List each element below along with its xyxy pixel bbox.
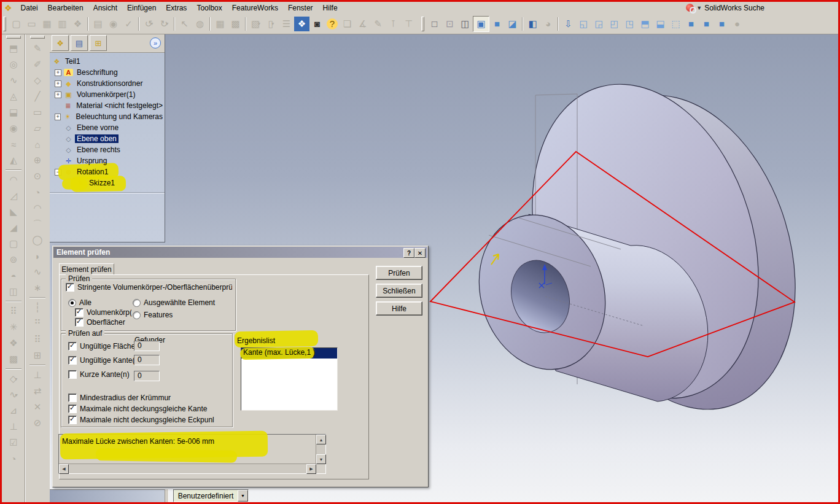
dialog-title-bar[interactable]: Element prüfen	[53, 247, 427, 258]
shell-button[interactable]: ▢	[6, 236, 21, 252]
three-point-arc-button[interactable]: ⌒	[30, 216, 45, 232]
revolved-boss-button[interactable]: ◎	[6, 56, 21, 72]
tree-item-beleuchtung[interactable]: + ☀ Beleuchtung und Kameras	[50, 111, 165, 122]
view-bottom-button[interactable]: ⬓	[653, 17, 668, 31]
hole-wizard-button[interactable]: ⊚	[6, 252, 21, 268]
mirror-button[interactable]: ◫	[6, 284, 21, 300]
toolbar-drag-handle[interactable]	[30, 36, 45, 39]
sensors-button[interactable]: ☑	[6, 435, 21, 451]
fill-pattern-button[interactable]: ▩	[6, 351, 21, 367]
sketch-button[interactable]: ✎	[30, 41, 45, 56]
scroll-up-icon[interactable]: ▲	[316, 435, 326, 444]
draft-button[interactable]: ◢	[6, 220, 21, 236]
print-preview-button[interactable]: ◉	[106, 17, 121, 31]
centerline-button[interactable]: ┆	[30, 300, 45, 316]
parallelogram-button[interactable]: ▱	[30, 120, 45, 136]
texture-button[interactable]: ▩	[228, 17, 243, 31]
result-listbox[interactable]: Kante (max. Lücke,1 )	[241, 347, 338, 411]
shaded-with-edges-button[interactable]: ▣	[473, 16, 489, 32]
design-tree-button[interactable]: ☰	[279, 17, 294, 31]
centerpoint-arc-button[interactable]: ◔	[30, 184, 45, 200]
toolbar-drag-handle[interactable]	[3, 17, 6, 31]
redo-button[interactable]: ↻▾	[157, 17, 172, 31]
menu-hilfe[interactable]: Hilfe	[318, 3, 343, 13]
dropdown-arrow-icon[interactable]: ▾	[166, 21, 168, 26]
print-button[interactable]: ▤	[90, 17, 106, 31]
dropdown-arrow-icon[interactable]: ▾	[150, 21, 153, 26]
volumenkoerper-checkbox[interactable]	[75, 308, 84, 317]
pin-button[interactable]: ⊺	[386, 17, 401, 31]
units-combo[interactable]: Benutzerdefiniert ▼	[173, 489, 249, 502]
curve-pattern-button[interactable]: ❖	[6, 335, 21, 351]
pruefen-button[interactable]: Prüfen	[376, 266, 422, 280]
dropdown-arrow-icon[interactable]: ▾	[258, 21, 260, 26]
circle-button[interactable]: ⊕	[30, 152, 45, 168]
extruded-boss-button[interactable]: ⬒	[6, 41, 21, 56]
tree-item-teil1[interactable]: ❖ Teil1	[50, 56, 165, 67]
fillet-button[interactable]: ◠	[6, 172, 21, 188]
tree-item-ebene-vorne[interactable]: ◇ Ebene vorne	[50, 122, 165, 133]
menu-datei[interactable]: Datei	[16, 3, 43, 13]
lofted-boss-button[interactable]: ◬	[6, 88, 21, 104]
tab-element-pruefen[interactable]: Element prüfen	[59, 263, 114, 275]
scroll-right-icon[interactable]: ▶	[306, 464, 316, 474]
lamp-button[interactable]: ⊤	[401, 17, 416, 31]
tree-item-beschriftung[interactable]: + A Beschriftung	[50, 67, 165, 78]
schliessen-button[interactable]: Schließen	[376, 284, 422, 298]
view-top-button[interactable]: ⬒	[637, 17, 653, 31]
expand-icon[interactable]: +	[55, 80, 61, 87]
curves-button[interactable]: ∿▾	[6, 387, 21, 403]
view-isometric-button[interactable]: ⬚	[668, 17, 683, 31]
revolved-cut-button[interactable]: ◉	[6, 120, 21, 136]
chevron-down-icon[interactable]: ▼	[696, 5, 702, 11]
view-left-button[interactable]: ◰	[607, 17, 622, 31]
tab-featuremanager[interactable]: ❖	[52, 35, 69, 51]
kurze-kanten-checkbox[interactable]	[68, 370, 77, 379]
perimeter-circle-button[interactable]: ⊙	[30, 168, 45, 184]
ellipse-button[interactable]: ◯	[30, 232, 45, 248]
view-back-button[interactable]: ◲	[591, 17, 607, 31]
menu-featureworks[interactable]: FeatureWorks	[227, 3, 283, 13]
undo-button[interactable]: ↺▾	[141, 17, 157, 31]
help-button[interactable]: ?	[327, 18, 338, 29]
select-button[interactable]: ↖	[177, 17, 192, 31]
tree-item-volumenkoerper[interactable]: + ▣ Volumenkörper(1)	[50, 89, 165, 100]
spline-button[interactable]: ∿	[30, 264, 45, 280]
shadows-button[interactable]: ◪	[505, 17, 520, 31]
toolbar-drag-handle[interactable]	[6, 36, 21, 39]
expand-icon[interactable]: +	[55, 114, 61, 120]
offset-entities-button[interactable]: ⠿	[30, 331, 45, 347]
section-view-button[interactable]: ◧	[525, 17, 540, 31]
view-right-button[interactable]: ◳	[622, 17, 637, 31]
wireframe-button[interactable]: □	[427, 17, 442, 31]
view-single-button[interactable]: ■	[714, 17, 729, 31]
solidworks-search[interactable]: ▼ SolidWorks Suche	[686, 4, 838, 12]
screen-capture-button[interactable]: ◙	[309, 17, 325, 31]
max-kante-checkbox[interactable]	[68, 405, 77, 413]
polygon-button[interactable]: ⌂	[30, 136, 45, 152]
sketch-grid-button[interactable]: ▦	[212, 17, 228, 31]
ausgewaehlte-radio[interactable]	[133, 299, 141, 307]
result-list-item-selected[interactable]: Kante (max. Lücke,1 )	[241, 348, 337, 359]
rib-button[interactable]: ◣	[6, 204, 21, 220]
menu-toolbox[interactable]: Toolbox	[192, 3, 227, 13]
normal-to-button[interactable]: ⇩	[561, 17, 576, 31]
dropdown-arrow-icon[interactable]: ▾	[15, 376, 17, 382]
expand-icon[interactable]: +	[55, 69, 61, 76]
menu-extras[interactable]: Extras	[161, 3, 192, 13]
swept-boss-button[interactable]: ∿	[6, 72, 21, 88]
zoom-to-fit-button[interactable]: ❖	[294, 17, 309, 31]
menu-einfuegen[interactable]: Einfügen	[122, 3, 161, 13]
stringente-checkbox[interactable]	[66, 283, 74, 292]
hidden-lines-removed-button[interactable]: ◫	[457, 17, 473, 31]
partial-ellipse-button[interactable]: ◗	[30, 248, 45, 264]
hidden-lines-visible-button[interactable]: ⊡	[442, 17, 457, 31]
dropdown-arrow-icon[interactable]: ▾	[271, 21, 274, 26]
view-toolbar-drag-handle[interactable]	[421, 17, 424, 31]
smart-dimension-button[interactable]: ◇	[30, 72, 45, 88]
drawing-sheet-button[interactable]: ▯▾	[263, 17, 279, 31]
new-file-button[interactable]: ▢	[9, 17, 24, 31]
max-eckpunkt-checkbox[interactable]	[68, 416, 77, 424]
scroll-left-icon[interactable]: ◀	[59, 464, 69, 474]
combo-dropdown-icon[interactable]: ▼	[238, 490, 248, 502]
